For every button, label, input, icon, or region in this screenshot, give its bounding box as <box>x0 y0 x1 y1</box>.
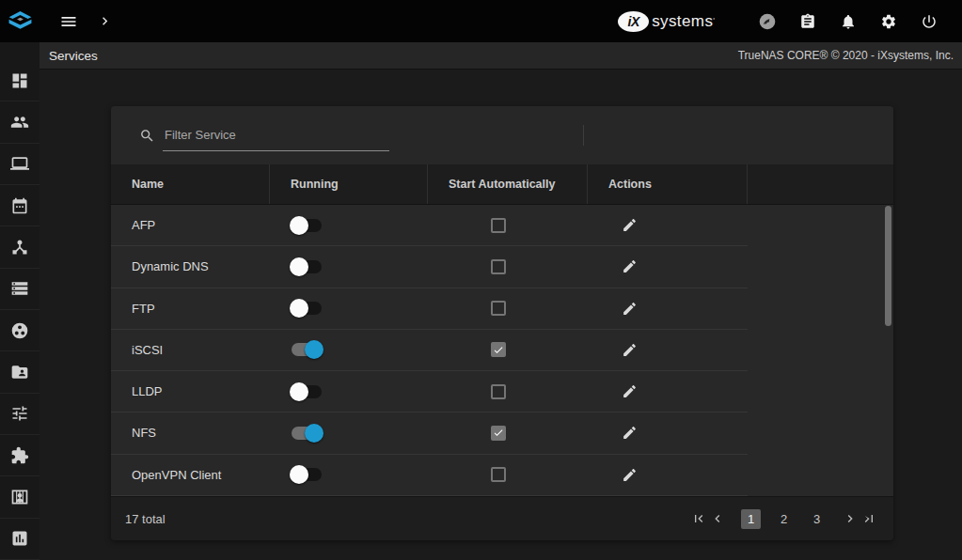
start-automatically-checkbox[interactable] <box>491 301 506 316</box>
running-toggle[interactable] <box>290 257 323 276</box>
paginator: 1 2 3 <box>689 509 878 529</box>
actions-cell <box>588 422 748 444</box>
pager-nav-icon <box>843 511 858 526</box>
start-automatically-checkbox[interactable] <box>491 384 506 399</box>
table-row: iSCSI <box>111 330 748 371</box>
checkmark-icon <box>493 344 504 356</box>
last-page-button[interactable] <box>860 511 877 526</box>
previous-page-button[interactable] <box>709 511 726 526</box>
table-scrollbar-thumb[interactable] <box>885 206 891 326</box>
hamburger-menu-icon <box>59 12 78 31</box>
ixsystems-wordmark: systems <box>652 12 713 31</box>
settings-button[interactable] <box>876 13 901 30</box>
sidebar-item-services[interactable] <box>0 394 39 435</box>
sidebar-item-icon <box>10 113 29 132</box>
edit-service-button[interactable] <box>618 422 640 444</box>
edit-service-button[interactable] <box>618 297 640 319</box>
pager-nav-icon <box>861 511 876 526</box>
start-automatically-checkbox[interactable] <box>491 218 506 233</box>
table-header-row: Name Running Start Automatically Actions <box>111 164 893 205</box>
pager-nav-left <box>689 511 727 526</box>
sidebar-item-plugins[interactable] <box>0 435 39 476</box>
running-toggle[interactable] <box>290 340 323 359</box>
services-card: Name Running Start Automatically Actions… <box>111 106 893 540</box>
table-body: AFP <box>111 205 893 496</box>
ixsystems-logo: iX systems ' <box>618 11 715 32</box>
start-automatically-cell <box>428 426 588 441</box>
breadcrumb-bar: Services TrueNAS CORE® © 2020 - iXsystem… <box>39 42 962 70</box>
first-page-button[interactable] <box>690 511 707 526</box>
pager-nav-icon <box>691 511 706 526</box>
actions-cell <box>588 256 748 278</box>
sidebar-item-system[interactable] <box>0 144 39 185</box>
edit-service-button[interactable] <box>618 256 640 278</box>
running-toggle[interactable] <box>290 424 323 443</box>
sidebar-item-directory-services[interactable] <box>0 310 39 351</box>
toggle-knob <box>290 299 308 318</box>
toggle-knob <box>290 382 308 401</box>
service-name: iSCSI <box>111 343 270 357</box>
edit-service-button[interactable] <box>618 463 640 486</box>
edit-pencil-icon <box>622 383 638 399</box>
column-header[interactable]: Start Automatically <box>428 164 588 204</box>
column-header[interactable]: Actions <box>588 164 748 204</box>
trademark-tick: ' <box>713 16 715 25</box>
running-cell <box>270 382 428 401</box>
toggle-knob <box>290 465 308 484</box>
service-name: AFP <box>111 218 270 232</box>
table-row: OpenVPN Client <box>111 455 748 496</box>
running-toggle[interactable] <box>290 382 323 401</box>
start-automatically-checkbox[interactable] <box>491 342 506 357</box>
power-button[interactable] <box>917 13 941 30</box>
sidebar-item-network[interactable] <box>0 226 39 268</box>
search-icon <box>139 128 155 144</box>
notifications-button[interactable] <box>836 13 860 30</box>
sidenav-toggle-button[interactable] <box>59 12 78 31</box>
copyright-text: TrueNAS CORE® © 2020 - iXsystems, Inc. <box>738 49 954 62</box>
page-button[interactable]: 1 <box>741 509 761 529</box>
sidebar-item-icon <box>10 404 29 423</box>
sidebar-item-icon <box>10 154 29 173</box>
sidebar-item-reporting[interactable] <box>0 519 39 560</box>
next-page-button[interactable] <box>842 511 859 526</box>
sidebar-item-sharing[interactable] <box>0 351 39 393</box>
start-automatically-checkbox[interactable] <box>491 426 506 441</box>
running-cell <box>270 257 428 276</box>
running-toggle[interactable] <box>290 216 323 235</box>
start-automatically-checkbox[interactable] <box>491 467 506 482</box>
sidebar-item-jails[interactable] <box>0 476 39 518</box>
chevron-right-icon <box>97 13 113 29</box>
sidebar-item-icon <box>10 71 29 90</box>
truenas-account-button[interactable] <box>755 13 780 30</box>
page-button[interactable]: 2 <box>774 509 794 529</box>
sidebar-item-dashboard[interactable] <box>0 60 39 101</box>
sidebar-item-icon <box>10 321 29 340</box>
task-manager-button[interactable] <box>796 13 820 30</box>
column-header[interactable]: Running <box>270 164 428 204</box>
edit-pencil-icon <box>622 217 638 233</box>
edit-service-button[interactable] <box>618 381 640 403</box>
page-button[interactable]: 3 <box>807 509 827 529</box>
navigate-forward-button[interactable] <box>97 13 113 29</box>
column-header[interactable]: Name <box>111 164 270 204</box>
truenas-logo[interactable] <box>0 0 39 42</box>
start-automatically-checkbox[interactable] <box>491 259 506 274</box>
running-toggle[interactable] <box>290 299 323 318</box>
sidebar-item-icon <box>10 196 29 215</box>
sidebar-item-storage[interactable] <box>0 269 39 310</box>
filter-service-input[interactable] <box>163 119 389 151</box>
running-toggle[interactable] <box>290 465 323 484</box>
sidebar-item-icon <box>10 279 29 298</box>
toggle-knob <box>305 424 323 443</box>
toggle-knob <box>290 216 308 235</box>
sidebar-item-accounts[interactable] <box>0 101 39 143</box>
edit-service-button[interactable] <box>618 338 640 361</box>
service-name: Dynamic DNS <box>111 259 270 273</box>
edit-service-button[interactable] <box>618 214 640 237</box>
running-cell <box>270 465 428 484</box>
start-automatically-cell <box>428 342 588 357</box>
header-actions <box>739 13 941 30</box>
start-automatically-cell <box>428 301 588 316</box>
running-cell <box>270 299 428 318</box>
sidebar-item-tasks[interactable] <box>0 185 39 226</box>
